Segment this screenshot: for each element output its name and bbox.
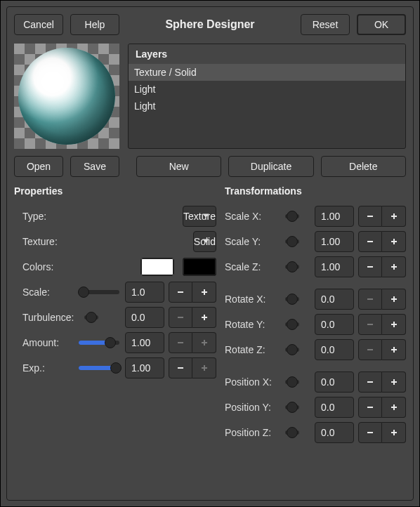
scalez-decrement[interactable] [358,256,382,277]
rotatez-input[interactable]: 0.0 [315,339,354,360]
positiony-input[interactable]: 0.0 [315,397,354,418]
rotatey-slider[interactable] [285,322,299,327]
properties-title: Properties [14,185,216,197]
scaley-increment[interactable] [382,231,406,252]
positiony-decrement[interactable] [358,397,382,418]
scaley-decrement[interactable] [358,231,382,252]
properties-section: Properties Type: Texture Texture: So [14,185,221,445]
type-label: Type: [14,211,70,222]
rotatey-increment[interactable] [382,314,406,335]
scale-slider[interactable] [79,290,119,294]
scalez-input[interactable]: 1.00 [315,256,354,277]
rotatez-decrement [358,339,382,360]
turbulence-increment[interactable] [192,307,216,328]
dialog-header: Cancel Help Sphere Designer Reset OK [14,14,406,35]
scale-label: Scale: [14,287,70,298]
scale-decrement[interactable] [169,282,192,303]
turbulence-input[interactable]: 0.0 [125,307,164,328]
scaley-label: Scale Y: [225,236,277,247]
exp-label: Exp.: [14,362,70,374]
rotatey-decrement [358,314,382,335]
scalez-increment[interactable] [382,256,406,277]
rotatex-decrement [358,289,382,310]
color1-swatch[interactable] [140,258,174,276]
rotatey-label: Rotate Y: [225,319,277,330]
scaley-slider[interactable] [285,239,299,244]
scalex-slider[interactable] [285,214,299,218]
texture-label: Texture: [14,236,70,247]
positionz-decrement[interactable] [358,422,382,443]
rotatex-slider[interactable] [285,297,299,301]
help-button[interactable]: Help [70,14,119,35]
layers-title: Layers [129,44,405,64]
positionz-label: Position Z: [225,427,277,438]
rotatex-label: Rotate X: [225,294,277,305]
exp-slider[interactable] [79,366,119,370]
ok-button[interactable]: OK [357,14,406,35]
amount-slider[interactable] [79,341,119,345]
colors-label: Colors: [14,261,70,272]
positionz-slider[interactable] [285,430,299,435]
scalez-label: Scale Z: [225,261,277,272]
amount-decrement [169,332,192,353]
color2-swatch[interactable] [183,258,216,276]
scale-increment[interactable] [192,282,216,303]
duplicate-button[interactable]: Duplicate [228,156,313,177]
rotatez-increment[interactable] [382,339,406,360]
action-buttons: Open Save New Duplicate Delete [14,156,406,177]
texture-combo[interactable]: Solid [193,231,216,252]
save-button[interactable]: Save [70,156,119,177]
scale-input[interactable]: 1.0 [125,282,164,303]
scalez-slider[interactable] [285,265,299,269]
positionz-input[interactable]: 0.0 [315,422,354,443]
positionx-increment[interactable] [382,371,406,393]
exp-input[interactable]: 1.00 [125,357,164,378]
layer-row[interactable]: Light [129,81,405,98]
scaley-input[interactable]: 1.00 [315,231,354,252]
positiony-increment[interactable] [382,397,406,418]
transformations-section: Transformations Scale X: 1.00 Scale Y: [221,185,406,445]
turbulence-label: Turbulence: [14,312,76,323]
layers-panel: Layers Texture / Solid Light Light [128,44,406,149]
chevron-down-icon [202,236,210,247]
exp-increment [192,357,216,378]
dialog-title: Sphere Designer [126,18,294,31]
layer-row[interactable]: Texture / Solid [129,64,405,81]
scalex-decrement[interactable] [358,206,382,227]
sphere-preview[interactable] [14,44,119,149]
reset-button[interactable]: Reset [301,14,350,35]
amount-label: Amount: [14,337,70,348]
rotatex-input[interactable]: 0.0 [315,289,354,310]
type-value: Texture [183,211,216,222]
turbulence-slider[interactable] [84,315,98,320]
cancel-button[interactable]: Cancel [14,14,63,35]
rotatez-label: Rotate Z: [225,344,277,355]
sphere-render [18,48,115,145]
rotatez-slider[interactable] [285,348,299,352]
chevron-down-icon [202,211,210,222]
open-button[interactable]: Open [14,156,63,177]
layers-list[interactable]: Texture / Solid Light Light [129,64,405,148]
turbulence-decrement [169,307,192,328]
new-button[interactable]: New [136,156,221,177]
amount-increment [192,332,216,353]
positionx-input[interactable]: 0.0 [315,371,354,393]
exp-decrement[interactable] [169,357,192,378]
amount-input[interactable]: 1.00 [125,332,164,353]
type-combo[interactable]: Texture [183,206,216,227]
delete-button[interactable]: Delete [321,156,406,177]
layer-row[interactable]: Light [129,98,405,114]
preview-and-layers: Layers Texture / Solid Light Light [14,44,406,149]
positionx-decrement[interactable] [358,371,382,393]
positionz-increment[interactable] [382,422,406,443]
scalex-input[interactable]: 1.00 [315,206,354,227]
rotatey-input[interactable]: 0.0 [315,314,354,335]
positionx-slider[interactable] [285,380,299,384]
scalex-label: Scale X: [225,211,277,222]
scalex-increment[interactable] [382,206,406,227]
rotatex-increment[interactable] [382,289,406,310]
positiony-slider[interactable] [285,405,299,409]
sphere-designer-dialog: Cancel Help Sphere Designer Reset OK Lay… [6,6,414,501]
positiony-label: Position Y: [225,402,277,413]
transformations-title: Transformations [225,185,406,197]
